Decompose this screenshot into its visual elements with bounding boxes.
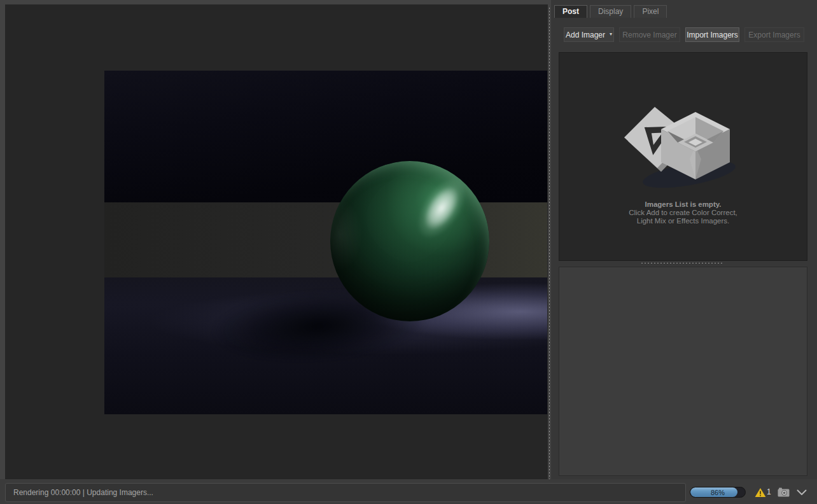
add-imager-button[interactable]: Add Imager ▾ xyxy=(564,27,614,42)
render-viewport[interactable] xyxy=(5,4,548,479)
status-message: Rendering 00:00:00 | Updating Imagers... xyxy=(13,488,153,497)
tab-display[interactable]: Display xyxy=(590,5,631,18)
export-imagers-button[interactable]: Export Imagers xyxy=(744,27,804,42)
empty-state-line2: Light Mix or Effects Imagers. xyxy=(637,217,730,225)
progress-percent-label: 86% xyxy=(690,487,745,497)
empty-box-icon xyxy=(618,102,748,194)
tab-pixel[interactable]: Pixel xyxy=(634,5,667,18)
warning-icon[interactable] xyxy=(755,487,766,498)
import-imagers-button[interactable]: Import Imagers xyxy=(685,27,739,42)
scene-background-wall xyxy=(104,71,547,202)
dropdown-caret-icon: ▾ xyxy=(610,31,612,37)
add-imager-label: Add Imager xyxy=(566,31,605,39)
chevron-down-icon[interactable] xyxy=(797,489,807,496)
rendered-image xyxy=(104,71,547,414)
empty-state-line1: Click Add to create Color Correct, xyxy=(629,209,737,217)
tab-post[interactable]: Post xyxy=(554,5,587,18)
properties-resize-splitter[interactable] xyxy=(641,263,724,263)
imagers-list[interactable]: Imagers List is empty. Click Add to crea… xyxy=(559,52,807,261)
panel-resize-splitter[interactable] xyxy=(549,8,550,479)
panel-tab-bar: Post Display Pixel xyxy=(554,5,669,18)
remove-imager-button[interactable]: Remove Imager xyxy=(619,27,680,42)
green-sphere xyxy=(330,161,489,321)
imagers-toolbar: Add Imager ▾ Remove Imager Import Imager… xyxy=(564,27,809,42)
snapshot-camera-icon[interactable] xyxy=(778,487,790,497)
warning-count: 1 xyxy=(767,487,771,497)
status-message-field: Rendering 00:00:00 | Updating Imagers... xyxy=(5,483,686,502)
render-progress-bar: 86% xyxy=(690,487,746,498)
empty-state-title: Imagers List is empty. xyxy=(645,200,722,209)
imager-properties-panel xyxy=(559,267,807,476)
